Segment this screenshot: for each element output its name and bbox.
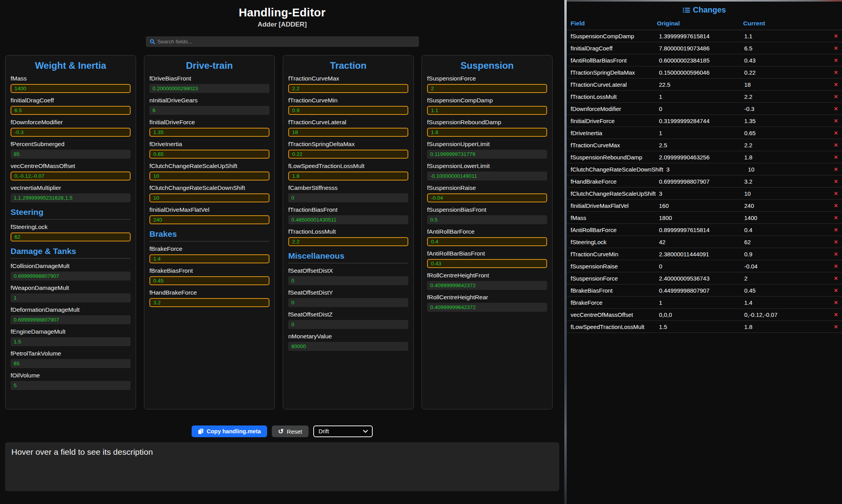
change-original-value: 42 (659, 239, 744, 245)
section-heading-brakes: Brakes (149, 229, 269, 239)
field-label-flowspeedtractionlossmult: fLowSpeedTractionLossMult (288, 163, 408, 170)
field-input-ftractionbiasfront[interactable] (288, 215, 408, 224)
search-bar[interactable] (146, 36, 419, 47)
change-current-value: 0.43 (744, 57, 829, 64)
remove-change-button[interactable]: ✕ (829, 275, 838, 281)
field-input-fclutchchangeratescaledownshift[interactable] (149, 193, 269, 202)
remove-change-button[interactable]: ✕ (829, 106, 838, 112)
field-input-ftractioncurvelateral[interactable] (288, 128, 408, 137)
remove-change-button[interactable]: ✕ (829, 57, 838, 63)
field-input-ninitialdrivegears[interactable] (149, 106, 269, 115)
field-input-fsteeringlock[interactable] (11, 232, 131, 241)
field-input-fsuspensionrebounddamp[interactable] (427, 128, 547, 137)
field-label-finitialdrivemaxflatvel: fInitialDriveMaxFlatVel (149, 206, 269, 213)
reset-button[interactable]: ↺ Reset (272, 425, 308, 437)
remove-change-button[interactable]: ✕ (829, 251, 838, 257)
remove-change-button[interactable]: ✕ (829, 312, 838, 318)
field-label-fseatoffsetdistz: fSeatOffsetDistZ (288, 311, 408, 318)
field-input-frollcentreheightrear[interactable] (427, 303, 547, 312)
change-current-value: -0.3 (744, 105, 829, 112)
vehicle-name: Adder [ADDER] (0, 21, 564, 29)
remove-change-button[interactable]: ✕ (829, 33, 838, 39)
field-input-fsuspensionforce[interactable] (427, 84, 547, 93)
field-input-fclutchchangeratescaleupshift[interactable] (149, 172, 269, 181)
field-input-fenginedamagemult[interactable] (11, 337, 131, 346)
field-input-fhandbrakeforce[interactable] (149, 298, 269, 307)
remove-change-button[interactable]: ✕ (829, 166, 838, 172)
field-input-fbrakebiasfront[interactable] (149, 276, 269, 285)
field-input-ftractionlossmult[interactable] (288, 237, 408, 246)
remove-change-button[interactable]: ✕ (829, 179, 838, 184)
field-input-frollcentreheightfront[interactable] (427, 281, 547, 290)
field-input-fdeformationdamagemult[interactable] (11, 315, 131, 324)
field-input-ftractioncurvemax[interactable] (288, 84, 408, 93)
field-label-fdeformationdamagemult: fDeformationDamageMult (11, 306, 131, 313)
field-input-foilvolume[interactable] (11, 381, 131, 390)
field-input-fcollisiondamagemult[interactable] (11, 272, 131, 281)
field-input-fdriveinertia[interactable] (149, 150, 269, 159)
field-label-fseatoffsetdistx: fSeatOffsetDistX (288, 267, 408, 274)
field-input-ftractioncurvemin[interactable] (288, 106, 408, 115)
remove-change-button[interactable]: ✕ (829, 142, 838, 148)
field-input-fsuspensionraise[interactable] (427, 193, 547, 202)
remove-change-button[interactable]: ✕ (829, 94, 838, 100)
remove-change-button[interactable]: ✕ (829, 70, 838, 75)
remove-change-button[interactable]: ✕ (829, 154, 838, 160)
field-input-fantirollbarforce[interactable] (427, 237, 547, 246)
field-input-fantirollbarbiasfront[interactable] (427, 259, 547, 268)
change-current-value: 2 (744, 275, 829, 282)
field-input-fbrakeforce[interactable] (149, 254, 269, 263)
card-title: Weight & Inertia (11, 60, 131, 71)
change-row: fAntiRollBarForce0.899999976158140.4✕ (567, 224, 842, 236)
field-input-fmass[interactable] (11, 84, 131, 93)
field-input-fsuspensionlowerlimit[interactable] (427, 172, 547, 181)
field-input-fsuspensionupperlimit[interactable] (427, 150, 547, 159)
change-field-name: vecCentreOfMassOffset (571, 311, 659, 318)
field-input-fpercentsubmerged[interactable] (11, 150, 131, 159)
field-input-finitialdragcoeff[interactable] (11, 106, 131, 115)
change-current-value: 62 (744, 239, 829, 245)
remove-change-button[interactable]: ✕ (829, 82, 838, 88)
field-input-vecinertiamultiplier[interactable] (11, 193, 131, 202)
field-input-veccentreofmassoffset[interactable] (11, 172, 131, 181)
remove-change-button[interactable]: ✕ (829, 324, 838, 330)
field-input-nmonetaryvalue[interactable] (288, 342, 408, 351)
field-input-fdownforcemodifier[interactable] (11, 128, 131, 137)
change-original-value: 0,0,0 (659, 311, 744, 318)
changes-title-text: Changes (693, 5, 726, 14)
field-input-fseatoffsetdisty[interactable] (288, 298, 408, 307)
field-input-fdrivebiasfront[interactable] (149, 84, 269, 93)
field-input-fsuspensioncompdamp[interactable] (427, 106, 547, 115)
copy-handling-meta-button[interactable]: Copy handling.meta (192, 425, 267, 437)
field-input-fpetroltankvolume[interactable] (11, 359, 131, 368)
field-label-fbrakebiasfront: fBrakeBiasFront (149, 267, 269, 274)
preset-select[interactable]: Drift (313, 425, 373, 437)
remove-change-button[interactable]: ✕ (829, 263, 838, 269)
remove-change-button[interactable]: ✕ (829, 130, 838, 136)
field-input-finitialdriveforce[interactable] (149, 128, 269, 137)
remove-change-button[interactable]: ✕ (829, 300, 838, 306)
remove-change-button[interactable]: ✕ (829, 45, 838, 51)
field-input-fseatoffsetdistx[interactable] (288, 276, 408, 285)
field-input-fweapondamagemult[interactable] (11, 293, 131, 302)
field-input-flowspeedtractionlossmult[interactable] (288, 172, 408, 181)
remove-change-button[interactable]: ✕ (829, 288, 838, 293)
field-input-fcamberstiffnesss[interactable] (288, 193, 408, 202)
field-input-fseatoffsetdistz[interactable] (288, 320, 408, 329)
search-input[interactable] (158, 39, 415, 45)
field-input-fsuspensionbiasfront[interactable] (427, 215, 547, 224)
remove-change-button[interactable]: ✕ (829, 215, 838, 221)
field-input-ftractionspringdeltamax[interactable] (288, 150, 408, 159)
field-input-finitialdrivemaxflatvel[interactable] (149, 215, 269, 224)
remove-change-button[interactable]: ✕ (829, 203, 838, 209)
change-original-value: 0.69999998807907 (659, 178, 744, 185)
remove-change-button[interactable]: ✕ (829, 239, 838, 245)
field-label-fpercentsubmerged: fPercentSubmerged (11, 141, 131, 148)
remove-change-button[interactable]: ✕ (829, 227, 838, 233)
remove-change-button[interactable]: ✕ (829, 191, 838, 197)
column-header-field: Field (571, 20, 657, 27)
change-original-value: 0 (659, 105, 744, 112)
field-label-fhandbrakeforce: fHandBrakeForce (149, 289, 269, 296)
change-original-value: 1800 (659, 214, 744, 221)
remove-change-button[interactable]: ✕ (829, 118, 838, 124)
